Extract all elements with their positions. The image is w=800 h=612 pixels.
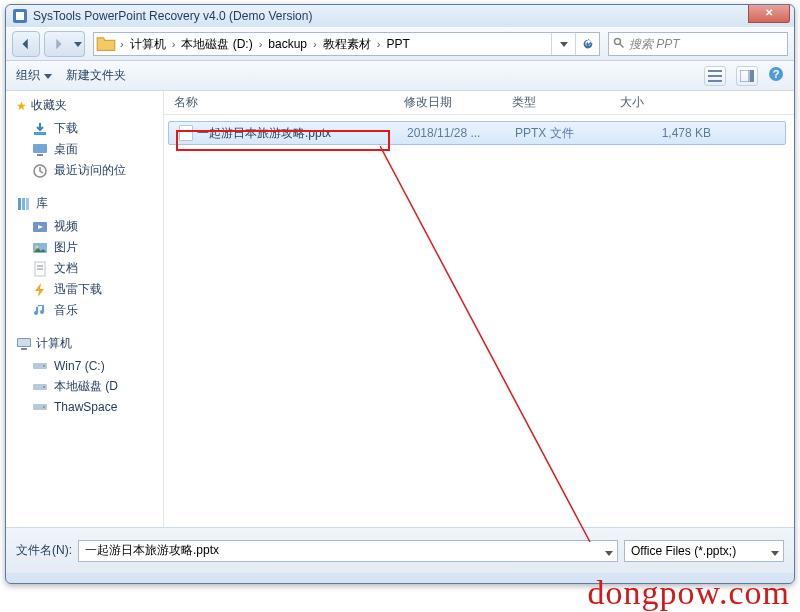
sidebar-item-pictures[interactable]: 图片: [16, 237, 159, 258]
svg-rect-3: [708, 70, 722, 72]
download-icon: [32, 121, 48, 137]
file-icon: [179, 125, 193, 141]
sidebar-item-downloads[interactable]: 下载: [16, 118, 159, 139]
computer-header[interactable]: 计算机: [16, 335, 159, 352]
search-icon: [613, 37, 625, 52]
chevron-down-icon[interactable]: [771, 546, 779, 560]
svg-point-31: [43, 406, 45, 408]
svg-rect-15: [22, 198, 25, 210]
breadcrumb[interactable]: › 计算机 › 本地磁盘 (D:) › backup › 教程素材 › PPT: [93, 32, 600, 56]
video-icon: [32, 219, 48, 235]
search-placeholder: 搜索 PPT: [629, 36, 680, 53]
svg-rect-4: [708, 75, 722, 77]
computer-icon: [16, 336, 32, 352]
sidebar-item-recent[interactable]: 最近访问的位: [16, 160, 159, 181]
titlebar: SysTools PowerPoint Recovery v4.0 (Demo …: [6, 5, 794, 27]
filename-label: 文件名(N):: [16, 542, 72, 559]
sidebar-item-desktop[interactable]: 桌面: [16, 139, 159, 160]
nav-history-dropdown[interactable]: [71, 31, 85, 57]
file-type: PPTX 文件: [515, 125, 623, 142]
back-button[interactable]: [12, 31, 40, 57]
toolbar: 组织 新建文件夹 ?: [6, 61, 794, 91]
organize-menu[interactable]: 组织: [16, 67, 52, 84]
preview-pane-button[interactable]: [736, 66, 758, 86]
svg-rect-14: [18, 198, 21, 210]
sidebar-item-videos[interactable]: 视频: [16, 216, 159, 237]
breadcrumb-dropdown[interactable]: [551, 33, 575, 55]
svg-rect-12: [37, 154, 43, 156]
refresh-button[interactable]: [575, 33, 599, 55]
sidebar-item-thunder[interactable]: 迅雷下载: [16, 279, 159, 300]
svg-text:?: ?: [773, 68, 780, 80]
breadcrumb-item[interactable]: 本地磁盘 (D:): [177, 36, 256, 53]
file-dialog-window: SysTools PowerPoint Recovery v4.0 (Demo …: [5, 4, 795, 584]
filetype-dropdown[interactable]: Office Files (*.pptx;): [624, 540, 784, 562]
svg-rect-25: [21, 348, 27, 350]
sidebar-item-documents[interactable]: 文档: [16, 258, 159, 279]
sidebar-item-music[interactable]: 音乐: [16, 300, 159, 321]
sidebar: ★ 收藏夹 下载 桌面 最近访问的位 库 视频 图片 文档 迅雷下载 音乐: [6, 91, 164, 527]
forward-button[interactable]: [44, 31, 72, 57]
footer: 文件名(N): 一起游日本旅游攻略.pptx Office Files (*.p…: [6, 527, 794, 573]
document-icon: [32, 261, 48, 277]
window-controls: [749, 5, 790, 23]
file-size: 1,478 KB: [623, 126, 723, 140]
drive-icon: [32, 399, 48, 415]
sidebar-item-drive-d[interactable]: 本地磁盘 (D: [16, 376, 159, 397]
svg-rect-24: [18, 339, 30, 346]
breadcrumb-item[interactable]: backup: [264, 37, 311, 51]
breadcrumb-item[interactable]: 教程素材: [319, 36, 375, 53]
app-icon: [12, 8, 28, 24]
search-input[interactable]: 搜索 PPT: [608, 32, 788, 56]
recent-icon: [32, 163, 48, 179]
col-name[interactable]: 名称: [174, 94, 404, 111]
filename-input[interactable]: 一起游日本旅游攻略.pptx: [78, 540, 618, 562]
new-folder-button[interactable]: 新建文件夹: [66, 67, 126, 84]
desktop-icon: [32, 142, 48, 158]
svg-rect-5: [708, 80, 722, 82]
breadcrumb-item[interactable]: 计算机: [126, 36, 170, 53]
column-headers[interactable]: 名称 修改日期 类型 大小: [164, 91, 794, 115]
svg-line-2: [620, 43, 624, 47]
drive-icon: [32, 358, 48, 374]
file-row[interactable]: 一起游日本旅游攻略.pptx 2018/11/28 ... PPTX 文件 1,…: [168, 121, 786, 145]
music-icon: [32, 303, 48, 319]
chevron-down-icon[interactable]: [605, 546, 613, 560]
sidebar-item-drive-c[interactable]: Win7 (C:): [16, 356, 159, 376]
libraries-header[interactable]: 库: [16, 195, 159, 212]
sidebar-item-thawspace[interactable]: ThawSpace: [16, 397, 159, 417]
svg-point-1: [615, 38, 621, 44]
folder-icon: [96, 34, 116, 54]
library-icon: [16, 196, 32, 212]
svg-rect-10: [34, 132, 46, 135]
svg-point-27: [43, 365, 45, 367]
svg-rect-7: [750, 70, 754, 82]
drive-icon: [32, 379, 48, 395]
window-title: SysTools PowerPoint Recovery v4.0 (Demo …: [33, 9, 312, 23]
file-list: 名称 修改日期 类型 大小 一起游日本旅游攻略.pptx 2018/11/28 …: [164, 91, 794, 527]
col-type[interactable]: 类型: [512, 94, 620, 111]
star-icon: ★: [16, 99, 27, 113]
navigation-bar: › 计算机 › 本地磁盘 (D:) › backup › 教程素材 › PPT …: [6, 27, 794, 61]
col-date[interactable]: 修改日期: [404, 94, 512, 111]
col-size[interactable]: 大小: [620, 94, 720, 111]
svg-rect-11: [33, 144, 47, 153]
picture-icon: [32, 240, 48, 256]
favorites-header[interactable]: ★ 收藏夹: [16, 97, 159, 114]
breadcrumb-item[interactable]: PPT: [382, 37, 413, 51]
svg-point-29: [43, 386, 45, 388]
thunder-icon: [32, 282, 48, 298]
svg-rect-6: [740, 70, 749, 82]
help-button[interactable]: ?: [768, 66, 784, 85]
view-options-button[interactable]: [704, 66, 726, 86]
file-name: 一起游日本旅游攻略.pptx: [197, 125, 331, 142]
svg-rect-16: [26, 198, 29, 210]
close-button[interactable]: [748, 5, 790, 23]
file-date: 2018/11/28 ...: [407, 126, 515, 140]
